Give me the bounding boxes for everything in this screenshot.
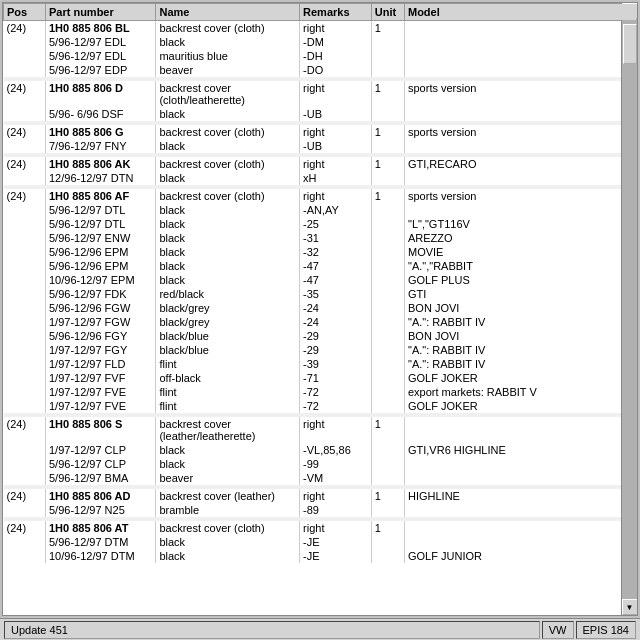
scroll-track[interactable] [622, 19, 638, 599]
cell-name: beaver [156, 63, 300, 77]
col-header-model[interactable]: Model [404, 4, 636, 21]
cell-remarks: right [300, 125, 372, 139]
table-row: (24) 1H0 885 806 AD backrest cover (leat… [4, 489, 637, 503]
cell-unit [371, 385, 404, 399]
scroll-thumb[interactable] [623, 24, 637, 64]
col-header-name[interactable]: Name [156, 4, 300, 21]
cell-remarks: -29 [300, 343, 372, 357]
cell-model [404, 471, 636, 485]
cell-unit: 1 [371, 489, 404, 503]
cell-remarks: -89 [300, 503, 372, 517]
cell-name: backrest cover (leather/leatherette) [156, 417, 300, 443]
cell-remarks: -32 [300, 245, 372, 259]
cell-unit [371, 457, 404, 471]
cell-part: 1/97-12/97 FGY [45, 343, 155, 357]
cell-model [404, 139, 636, 153]
table-row: 5/96- 6/96 DSF black -UB [4, 107, 637, 121]
cell-pos [4, 471, 46, 485]
col-header-pos[interactable]: Pos [4, 4, 46, 21]
cell-model: "A.": RABBIT IV [404, 357, 636, 371]
cell-remarks: -VL,85,86 [300, 443, 372, 457]
cell-remarks: -DM [300, 35, 372, 49]
cell-model: MOVIE [404, 245, 636, 259]
table-row: 5/96-12/97 DTM black -JE [4, 535, 637, 549]
col-header-part[interactable]: Part number [45, 4, 155, 21]
table-row: 12/96-12/97 DTN black xH [4, 171, 637, 185]
cell-part: 12/96-12/97 DTN [45, 171, 155, 185]
cell-unit [371, 35, 404, 49]
cell-unit [371, 343, 404, 357]
table-row: 1/97-12/97 FLD flint -39 "A.": RABBIT IV [4, 357, 637, 371]
cell-remarks: -JE [300, 535, 372, 549]
cell-model: GTI,RECARO [404, 157, 636, 171]
table-row: 1/97-12/97 FGW black/grey -24 "A.": RABB… [4, 315, 637, 329]
cell-name: black [156, 231, 300, 245]
cell-model: "A.","RABBIT [404, 259, 636, 273]
table-row: 5/96-12/97 EDL black -DM [4, 35, 637, 49]
cell-part: 5/96-12/96 EPM [45, 245, 155, 259]
cell-remarks: right [300, 489, 372, 503]
cell-part: 1H0 885 806 D [45, 81, 155, 107]
scrollbar[interactable]: ▲ ▼ [621, 3, 637, 615]
col-header-unit[interactable]: Unit [371, 4, 404, 21]
cell-name: black [156, 139, 300, 153]
cell-unit [371, 371, 404, 385]
cell-pos [4, 171, 46, 185]
table-scroll-area[interactable]: Pos Part number Name Remarks Unit Model … [3, 3, 637, 615]
cell-name: black/blue [156, 329, 300, 343]
cell-unit [371, 139, 404, 153]
cell-remarks: right [300, 21, 372, 36]
cell-pos [4, 315, 46, 329]
cell-unit [371, 535, 404, 549]
cell-part: 5/96-12/97 BMA [45, 471, 155, 485]
cell-unit [371, 231, 404, 245]
cell-pos [4, 357, 46, 371]
cell-part: 1/97-12/97 CLP [45, 443, 155, 457]
cell-pos [4, 245, 46, 259]
cell-part: 5/96-12/97 DTM [45, 535, 155, 549]
cell-part: 5/96-12/97 DTL [45, 203, 155, 217]
col-header-remarks[interactable]: Remarks [300, 4, 372, 21]
cell-part: 10/96-12/97 EPM [45, 273, 155, 287]
cell-pos [4, 503, 46, 517]
table-row: 5/96-12/97 DTL black -AN,AY [4, 203, 637, 217]
cell-unit: 1 [371, 157, 404, 171]
cell-model: GOLF JOKER [404, 399, 636, 413]
cell-pos [4, 535, 46, 549]
cell-model: GOLF JOKER [404, 371, 636, 385]
scroll-down-button[interactable]: ▼ [622, 599, 638, 615]
table-row: (24) 1H0 885 806 AT backrest cover (clot… [4, 521, 637, 535]
cell-remarks: -99 [300, 457, 372, 471]
cell-part: 1/97-12/97 FVF [45, 371, 155, 385]
cell-pos [4, 231, 46, 245]
cell-model: GOLF PLUS [404, 273, 636, 287]
cell-unit: 1 [371, 81, 404, 107]
table-row: 1/97-12/97 FGY black/blue -29 "A.": RABB… [4, 343, 637, 357]
cell-unit [371, 63, 404, 77]
cell-unit: 1 [371, 189, 404, 203]
cell-model [404, 521, 636, 535]
cell-remarks: -47 [300, 259, 372, 273]
cell-model: BON JOVI [404, 329, 636, 343]
cell-pos: (24) [4, 189, 46, 203]
table-row: 5/96-12/96 FGW black/grey -24 BON JOVI [4, 301, 637, 315]
cell-name: black [156, 171, 300, 185]
cell-pos [4, 371, 46, 385]
cell-model [404, 457, 636, 471]
table-row: 5/96-12/96 EPM black -47 "A.","RABBIT [4, 259, 637, 273]
cell-remarks: right [300, 157, 372, 171]
cell-part: 5/96-12/96 EPM [45, 259, 155, 273]
cell-pos [4, 217, 46, 231]
main-window: Pos Part number Name Remarks Unit Model … [0, 0, 640, 640]
cell-pos: (24) [4, 81, 46, 107]
cell-name: backrest cover (cloth) [156, 125, 300, 139]
cell-part: 5/96-12/97 FDK [45, 287, 155, 301]
status-bar: Update 451 VW EPIS 184 [0, 618, 640, 640]
cell-remarks: right [300, 189, 372, 203]
cell-unit [371, 203, 404, 217]
cell-model: BON JOVI [404, 301, 636, 315]
cell-unit [371, 245, 404, 259]
cell-part: 5/96-12/97 EDL [45, 35, 155, 49]
cell-remarks: xH [300, 171, 372, 185]
cell-model [404, 63, 636, 77]
